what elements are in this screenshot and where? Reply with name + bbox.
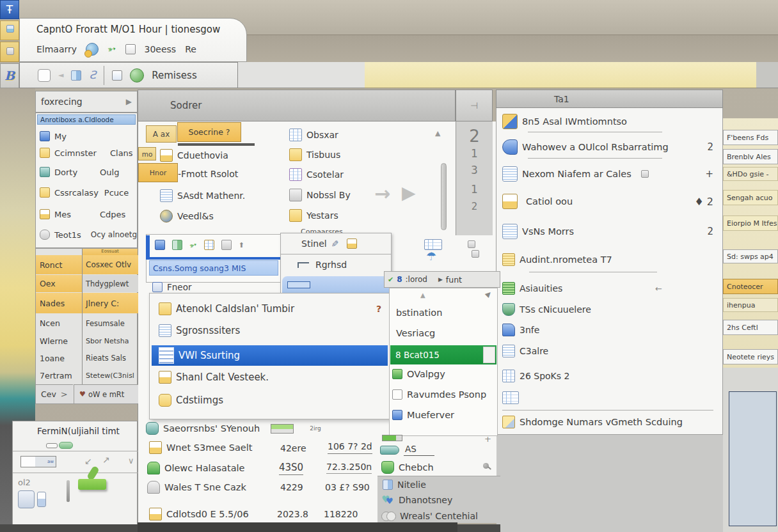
table-cell[interactable]: Wlerne [36,332,82,350]
table-footer-right[interactable]: ♥ oW e mRt [74,384,138,403]
expand-arrow-icon[interactable]: ▶ [126,98,132,106]
table-cell[interactable]: Cosxec Otlv [83,255,138,274]
table-cell[interactable]: Fesumsale [83,314,138,332]
left-panel-header[interactable]: foxrecing ▶ [35,91,138,113]
menu2-item-selected[interactable]: VWl Ssurting [152,345,388,366]
tab-a[interactable]: A ax [146,125,177,143]
filter-item[interactable]: Fneor [152,282,191,292]
table-cell[interactable]: 7ertram [36,366,82,384]
left-item[interactable]: CssrcalasyPcuce [40,187,129,198]
add-small-icon[interactable]: + [484,435,491,443]
left-item[interactable]: MesCdpes [40,209,125,219]
highlighter-icon[interactable] [78,467,106,494]
right-item[interactable]: 26 SpoKs 2 [502,370,713,382]
far-right-item[interactable]: Neotete rieys [723,349,778,364]
side-tab-mo[interactable]: mo [138,147,156,160]
sort-up-icon[interactable]: ⬆ [239,242,244,249]
menu-item-re[interactable]: Re [185,44,196,54]
right-header[interactable]: Ta1 [496,90,723,108]
table-cell[interactable]: Oex [36,275,82,292]
left-item[interactable]: My [40,131,67,141]
menu2-item[interactable]: Atenokl Caldslan' Tumbir ? [159,302,381,315]
popup-item-rgrhsd[interactable]: Rgrhsd [281,254,391,275]
preview-pane[interactable] [729,391,777,526]
left-item[interactable]: CcimnsterClans [40,148,133,158]
far-right-item[interactable]: F'beens Fds [723,130,778,145]
far-right-item[interactable]: Brenblv Ales [723,149,778,164]
pin-icon[interactable] [483,463,489,469]
menu-bar-title[interactable]: CapntO Froratt M/O1 Hour | tionesgow [36,24,220,35]
people-gray-icon[interactable] [221,240,232,250]
bottom-table-title[interactable]: Saeorrsnbs' SYenouh 2irg [146,422,321,435]
side-tab-hnor[interactable]: Hnor [138,163,178,182]
grid-yellow-icon[interactable] [204,240,214,250]
battery-icon[interactable] [37,492,46,507]
gray-item[interactable]: ♥ ♥ Dhanotsney [381,495,452,505]
center-menu-item[interactable]: Nobssl By [289,189,351,201]
table-cell[interactable]: Ncen [36,314,82,332]
app-tile-yellow-2[interactable] [0,42,19,62]
globe-icon[interactable] [130,68,144,82]
mid-item[interactable]: Vesriacg [396,328,435,338]
table-cell[interactable]: Nades [36,293,82,313]
table-footer-left[interactable]: Cev> [36,384,73,403]
stamp-icon[interactable] [112,70,122,81]
center-menu-item[interactable]: Yestars [289,209,338,222]
count-column-header[interactable]: ⊣ [456,90,493,121]
gray-item[interactable]: Wreals' Centehial [381,511,478,521]
table-cell[interactable]: 1oane [36,350,82,366]
far-right-item[interactable]: ihenpua [723,298,778,312]
right-item[interactable]: Catiol oou ♦ 2 [502,194,713,209]
right-item[interactable]: TSs cNicuuelere [502,303,713,316]
scrollbar-thumb[interactable] [441,163,447,230]
right-item[interactable]: 8n5 Asal IWmtiomntso [502,114,713,129]
right-item[interactable]: Audint.nrometea T7 [502,253,713,266]
mid-up-icon[interactable]: ▲ [420,292,425,299]
far-right-item[interactable]: Sd: swps ap4 [723,249,778,263]
bottom-table-row[interactable]: Olewc Halasatale [147,462,244,474]
menu2-item[interactable]: Cdstiimgs [159,394,223,407]
mid-corner-icon[interactable]: ▶ [484,290,493,299]
table-cell[interactable]: Rieats Sals [83,350,138,366]
arrow-green-icon[interactable]: ➳ [107,43,117,55]
center-menu-item[interactable]: Tisbuus [289,148,340,161]
center-menu-item[interactable]: Obsxar [289,129,338,141]
toolbar-label[interactable]: Remisess [152,70,196,81]
left-selected-row[interactable]: Anrotiboxs a.Cldloode [37,114,136,125]
gray-item[interactable]: Nitelie [383,480,426,490]
left-item[interactable]: DortyOulg [40,167,119,177]
field-as-value[interactable]: AS [404,444,434,456]
dialog-icon[interactable] [125,44,136,54]
mid-item[interactable]: OValpgy [392,369,445,379]
menu2-item[interactable]: Sgrosnssiters [159,324,240,337]
signature-icon[interactable]: Ƨ [89,70,96,81]
table-cell[interactable]: Sbor Netsha [83,332,138,350]
select-area-icon[interactable] [38,69,51,82]
right-item[interactable]: 3nfe [502,324,713,336]
right-item[interactable]: Asiauities ← [502,282,713,295]
mid-header-row[interactable]: ✔ 8 :lorod ▶ funt [384,271,500,288]
far-right-item[interactable]: Eiorpio M Itfes [723,215,778,231]
redo-icon[interactable]: ↗ [102,455,110,464]
right-item[interactable]: Nexom Niafem ar Cales + [502,166,713,182]
tab-soecrine[interactable]: Soecrine ? [177,122,241,142]
table-cell[interactable]: Jlnery C: [83,293,138,313]
search-highlight-row[interactable]: Csns.Somg soang3 MIS [149,260,278,276]
bottom-table-row[interactable]: Wales T Sne Cazk [147,481,246,494]
center-menu-item[interactable]: -Fmott Rsolot [178,169,238,179]
undo-icon[interactable]: ↙ [84,457,92,465]
right-item[interactable]: C3alre [502,345,713,357]
popup-item-stinel[interactable]: Stinel ✎ [281,233,391,254]
app-tile-blue[interactable]: Ŧ [0,0,19,19]
app-tile-b[interactable]: B [0,63,19,88]
center-menu-item[interactable]: Csotelar [289,168,344,181]
bottom-table-row[interactable]: Cdlotsd0 E 5.5/06 [149,508,249,520]
far-right-item[interactable]: Cnoteocer [723,279,778,294]
center-menu-item[interactable]: Cduethovia [160,149,228,162]
right-item[interactable]: Shdomge Numars vGmeth Scduing [502,416,713,428]
bottom-table-row[interactable]: Wnet S3mee Saelt [149,441,252,454]
right-item[interactable]: VsNs Morrs 2 [502,224,713,239]
scroll-up-icon[interactable]: ▲ [435,130,440,137]
table-cell[interactable]: Thdygplewt [83,275,138,292]
umbrella-icon[interactable]: ☂ [426,251,436,262]
